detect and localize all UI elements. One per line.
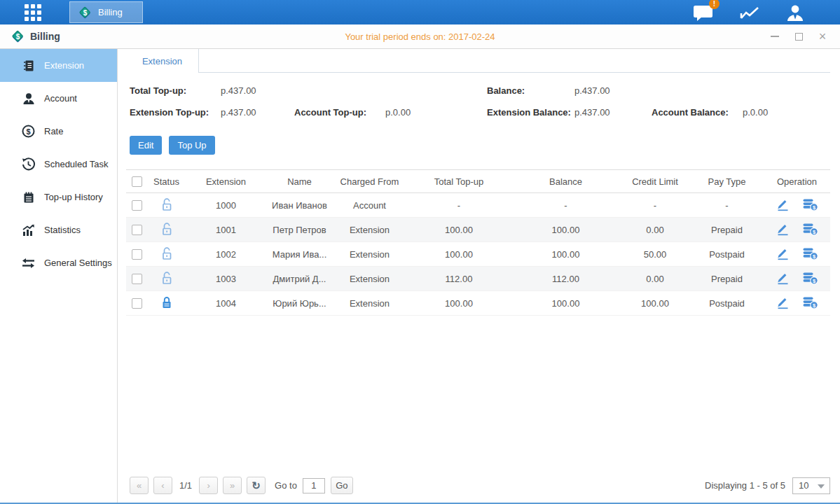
account-topup-label: Account Top-up: (294, 107, 366, 118)
summary-panel: Total Top-up: p.437.00 Balance: p.437.00… (126, 81, 830, 126)
extension-balance-label: Extension Balance: (487, 107, 571, 118)
top-up-coins-icon[interactable]: $ (802, 295, 818, 312)
table-row: 1004Юрий Юрь...Extension100.00100.00100.… (126, 291, 830, 316)
cell-extension: 1001 (186, 218, 266, 242)
cell-name: Иван Иванов (266, 193, 333, 218)
edit-pencil-icon[interactable] (776, 295, 790, 312)
select-all-checkbox[interactable] (132, 176, 142, 187)
top-up-button[interactable]: Top Up (169, 136, 214, 155)
top-up-coins-icon[interactable]: $ (802, 246, 818, 262)
page-size-value: 10 (799, 480, 808, 491)
user-icon[interactable] (785, 4, 805, 22)
tabstrip: Extension (126, 49, 830, 73)
cell-credit-limit: 0.00 (620, 218, 690, 242)
page-indicator: 1/1 (179, 480, 192, 491)
cell-credit-limit: 50.00 (620, 242, 690, 267)
edit-button[interactable]: Edit (130, 136, 162, 155)
cell-name: Мария Ива... (266, 242, 333, 267)
chat-icon[interactable]: ! (693, 4, 714, 22)
sidebar-item-top-up-history[interactable]: Top-up History (0, 181, 117, 214)
sidebar-item-label: Top-up History (44, 192, 103, 202)
extensions-table: StatusExtensionNameCharged FromTotal Top… (126, 169, 830, 316)
cell-credit-limit: 100.00 (620, 291, 690, 316)
account-topup-value: p.0.00 (385, 107, 411, 118)
table-row: 1001Петр ПетровExtension100.00100.000.00… (126, 218, 830, 242)
row-checkbox[interactable] (132, 249, 142, 260)
sidebar-item-label: Statistics (44, 225, 81, 235)
column-header: Total Top-up (406, 170, 511, 193)
cell-pay-type: Prepaid (690, 218, 764, 242)
edit-pencil-icon[interactable] (776, 246, 790, 262)
edit-pencil-icon[interactable] (776, 197, 790, 214)
lock-open-icon (160, 246, 173, 262)
cell-name: Юрий Юрь... (266, 291, 333, 316)
tab-extension[interactable]: Extension (126, 49, 199, 73)
first-page-button[interactable]: « (130, 477, 149, 494)
taskbar-tab-billing[interactable]: $ Billing (69, 1, 143, 23)
edit-pencil-icon[interactable] (776, 221, 790, 238)
sidebar-item-scheduled-task[interactable]: Scheduled Task (0, 148, 117, 181)
top-up-coins-icon[interactable]: $ (802, 197, 818, 214)
person-icon (22, 92, 35, 105)
go-button[interactable]: Go (331, 477, 353, 494)
app-window: $ Billing ! (0, 0, 840, 504)
top-up-coins-icon[interactable]: $ (802, 222, 818, 238)
row-checkbox[interactable] (132, 225, 142, 235)
last-page-button[interactable]: » (223, 477, 242, 494)
column-header: Operation (764, 170, 830, 193)
cell-balance: - (511, 193, 620, 218)
top-up-coins-icon[interactable]: $ (802, 271, 818, 287)
sidebar-item-extension[interactable]: Extension (0, 49, 117, 82)
cell-balance: 100.00 (511, 242, 620, 267)
chart-icon[interactable] (739, 4, 760, 21)
sidebar-item-label: Rate (44, 126, 63, 136)
sidebar-item-rate[interactable]: $Rate (0, 115, 117, 148)
account-balance-label: Account Balance: (652, 107, 729, 118)
lock-closed-icon (160, 295, 173, 312)
billing-diamond-icon: $ (77, 5, 92, 20)
goto-label: Go to (275, 480, 297, 491)
row-checkbox[interactable] (132, 298, 142, 309)
next-page-button[interactable]: › (199, 477, 218, 494)
billing-diamond-icon: $ (10, 29, 25, 44)
extension-topup-label: Extension Top-up: (130, 107, 209, 118)
cell-total-topup: 100.00 (406, 242, 511, 267)
extension-topup-value: p.437.00 (221, 107, 256, 118)
cell-total-topup: 100.00 (406, 218, 511, 242)
page-size-select[interactable]: 10 (792, 477, 830, 494)
goto-page-input[interactable] (303, 478, 325, 493)
taskbar-tab-label: Billing (98, 7, 123, 18)
lock-open-icon (160, 271, 173, 287)
row-checkbox[interactable] (132, 200, 142, 211)
minimize-button[interactable] (770, 31, 780, 41)
table-row: 1002Мария Ива...Extension100.00100.0050.… (126, 242, 830, 267)
lock-open-icon (160, 222, 173, 238)
ledger-icon (22, 59, 35, 72)
column-header: Status (147, 170, 186, 193)
window-title: Billing (30, 31, 60, 42)
maximize-button[interactable] (794, 31, 804, 41)
sidebar: ExtensionAccount$RateScheduled TaskTop-u… (0, 49, 118, 503)
history-clock-icon (22, 158, 35, 171)
edit-pencil-icon[interactable] (776, 270, 790, 287)
sidebar-item-general-settings[interactable]: General Settings (0, 246, 117, 279)
sidebar-item-account[interactable]: Account (0, 82, 117, 115)
window-titlebar: $ Billing Your trial period ends on: 201… (0, 24, 840, 49)
cell-pay-type: Postpaid (690, 242, 764, 267)
column-header: Charged From (333, 170, 406, 193)
apps-grid-icon[interactable] (25, 4, 41, 21)
total-topup-label: Total Top-up: (130, 85, 186, 96)
row-checkbox[interactable] (132, 274, 142, 284)
stats-icon (22, 223, 35, 237)
cell-total-topup: - (406, 193, 511, 218)
prev-page-button[interactable]: ‹ (153, 477, 172, 494)
refresh-icon[interactable]: ↻ (247, 477, 266, 494)
sidebar-item-statistics[interactable]: Statistics (0, 214, 117, 246)
pagination-bar: « ‹ 1/1 › » ↻ Go to Go Displaying 1 - 5 … (130, 477, 830, 494)
displaying-text: Displaying 1 - 5 of 5 (705, 480, 785, 491)
close-button[interactable]: × (818, 31, 827, 41)
cell-total-topup: 112.00 (406, 267, 511, 291)
cell-pay-type: Prepaid (690, 267, 764, 291)
column-header: Pay Type (690, 170, 764, 193)
column-header: Name (266, 170, 333, 193)
